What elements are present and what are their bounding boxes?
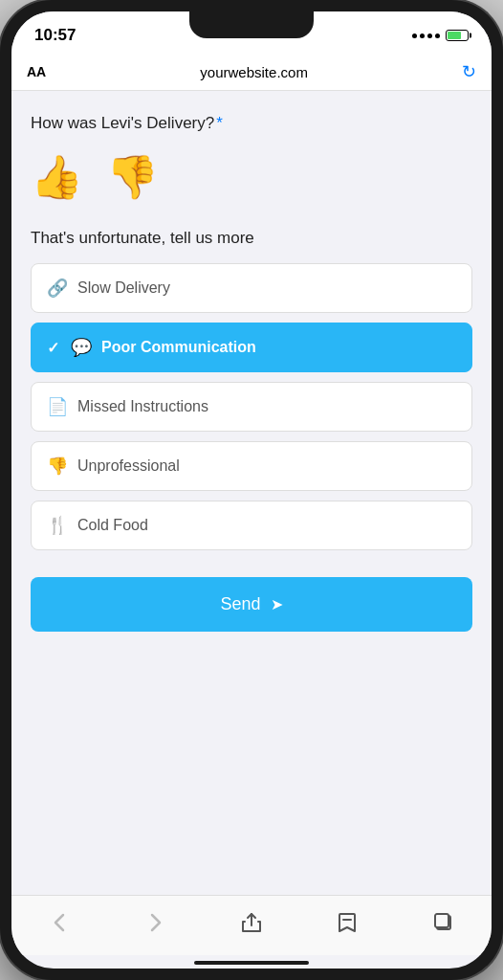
missed-instructions-icon: 📄 <box>47 396 68 417</box>
send-button-label: Send <box>220 594 260 614</box>
dot1 <box>412 33 417 38</box>
thumbs-up-icon[interactable]: 👍 <box>31 152 83 202</box>
dot4 <box>435 33 440 38</box>
option-cold-food[interactable]: 🍴 Cold Food <box>31 501 472 550</box>
browser-url[interactable]: yourwebsite.com <box>46 64 462 80</box>
unprofessional-icon: 👎 <box>47 456 68 477</box>
poor-communication-icon: 💬 <box>71 337 92 358</box>
browser-refresh-button[interactable]: ↺ <box>462 61 476 82</box>
home-indicator <box>194 961 309 965</box>
phone-screen: 10:57 AA yourwebsite.com ↺ Ho <box>11 11 492 969</box>
feedback-prompt: That's unfortunate, tell us more <box>31 229 472 248</box>
tabs-icon <box>433 912 454 933</box>
thumbs-down-icon[interactable]: 👎 <box>106 152 159 202</box>
question-text: How was Levi's Delivery? <box>31 114 214 132</box>
unprofessional-label: Unprofessional <box>77 457 180 475</box>
svg-rect-1 <box>435 914 448 927</box>
bookmarks-button[interactable] <box>326 905 368 940</box>
cold-food-label: Cold Food <box>77 517 148 534</box>
send-icon: ➤ <box>271 595 283 613</box>
browser-nav <box>11 895 492 955</box>
slow-delivery-label: Slow Delivery <box>77 279 170 297</box>
main-content: How was Levi's Delivery?* 👍 👎 That's unf… <box>11 91 492 895</box>
rating-icons: 👍 👎 <box>31 152 472 202</box>
bookmarks-icon <box>338 912 357 933</box>
signal-dots <box>412 33 440 38</box>
option-slow-delivery[interactable]: 🔗 Slow Delivery <box>31 263 472 313</box>
forward-icon <box>150 913 162 932</box>
share-button[interactable] <box>230 905 273 940</box>
back-icon <box>54 913 65 932</box>
delivery-question: How was Levi's Delivery?* <box>31 114 472 133</box>
check-icon: ✓ <box>47 339 59 357</box>
forward-button[interactable] <box>135 905 177 940</box>
required-marker: * <box>216 114 223 132</box>
battery-icon <box>446 30 469 41</box>
send-button[interactable]: Send ➤ <box>31 577 472 632</box>
share-icon <box>241 912 262 933</box>
missed-instructions-label: Missed Instructions <box>77 398 208 415</box>
poor-communication-label: Poor Communication <box>101 339 256 356</box>
phone-shell: 10:57 AA yourwebsite.com ↺ Ho <box>0 0 503 980</box>
browser-aa-button[interactable]: AA <box>27 64 46 79</box>
cold-food-icon: 🍴 <box>47 515 68 536</box>
option-list: 🔗 Slow Delivery ✓ 💬 Poor Communication 📄… <box>31 263 472 550</box>
browser-bar: AA yourwebsite.com ↺ <box>11 54 492 91</box>
dot2 <box>420 33 425 38</box>
option-unprofessional[interactable]: 👎 Unprofessional <box>31 441 472 491</box>
option-missed-instructions[interactable]: 📄 Missed Instructions <box>31 382 472 432</box>
battery-fill <box>448 32 461 39</box>
back-button[interactable] <box>38 905 80 940</box>
option-poor-communication[interactable]: ✓ 💬 Poor Communication <box>31 323 472 372</box>
dot3 <box>427 33 432 38</box>
notch <box>189 11 314 38</box>
slow-delivery-icon: 🔗 <box>47 278 68 299</box>
status-time: 10:57 <box>34 26 76 45</box>
status-icons <box>412 30 469 41</box>
tabs-button[interactable] <box>423 905 465 940</box>
